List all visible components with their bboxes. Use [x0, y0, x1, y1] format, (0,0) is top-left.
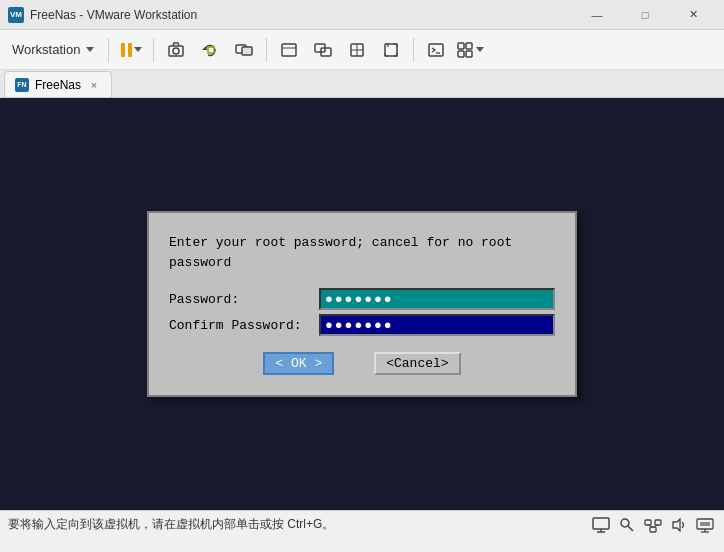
vm-window-icon	[280, 41, 298, 59]
unity-icon	[456, 41, 474, 59]
minimize-button[interactable]: —	[574, 0, 620, 30]
svg-marker-30	[673, 519, 680, 531]
dialog-buttons: < OK > <Cancel>	[169, 352, 555, 375]
speaker-icon	[671, 517, 687, 533]
console-button[interactable]	[420, 34, 452, 66]
snapshot-button[interactable]	[160, 34, 192, 66]
fitguest-icon	[348, 41, 366, 59]
unity-dropdown-arrow	[476, 47, 484, 52]
network-status-icon	[644, 517, 662, 533]
fitguest-button[interactable]	[341, 34, 373, 66]
console-icon	[427, 41, 445, 59]
ok-button[interactable]: < OK >	[263, 352, 334, 375]
password-field-row: Password: ●●●●●●●	[169, 288, 555, 310]
workstation-menu-button[interactable]: Workstation	[4, 34, 102, 66]
workstation-dropdown-arrow	[86, 47, 94, 52]
snapshot-manager-button[interactable]	[228, 34, 260, 66]
stretch-icon	[382, 41, 400, 59]
display-icon	[696, 517, 714, 533]
tab-bar: FN FreeNas ×	[0, 70, 724, 98]
stretch-button[interactable]	[375, 34, 407, 66]
confirm-password-field-label: Confirm Password:	[169, 318, 319, 333]
toolbar-separator-2	[153, 38, 154, 62]
svg-rect-26	[655, 520, 661, 525]
svg-rect-18	[458, 51, 464, 57]
svg-rect-34	[700, 522, 710, 526]
dialog-prompt-text: Enter your root password; cancel for no …	[169, 233, 555, 272]
close-button[interactable]: ✕	[670, 0, 716, 30]
svg-rect-20	[593, 518, 609, 529]
workstation-label: Workstation	[12, 42, 80, 57]
tab-close-button[interactable]: ×	[87, 78, 101, 92]
title-bar: VM FreeNas - VMware Workstation — □ ✕	[0, 0, 724, 30]
revert-icon	[201, 41, 219, 59]
confirm-password-field-row: Confirm Password: ●●●●●●●	[169, 314, 555, 336]
window-controls: — □ ✕	[574, 0, 716, 30]
tab-freenas-label: FreeNas	[35, 78, 81, 92]
pause-dropdown-arrow	[134, 47, 142, 52]
search-icon	[619, 517, 635, 533]
app-icon: VM	[8, 7, 24, 23]
tab-freenas[interactable]: FN FreeNas ×	[4, 71, 112, 97]
tab-freenas-icon: FN	[15, 78, 29, 92]
dialog-fields: Password: ●●●●●●● Confirm Password: ●●●●…	[169, 288, 555, 336]
vm-status-icon[interactable]	[590, 514, 612, 536]
pause-icon	[121, 43, 132, 57]
unity-button[interactable]	[454, 34, 486, 66]
toolbar-separator-1	[108, 38, 109, 62]
zoom-icon[interactable]	[616, 514, 638, 536]
svg-rect-3	[208, 47, 214, 53]
svg-rect-19	[466, 51, 472, 57]
pause-button[interactable]	[115, 34, 147, 66]
status-bar-icons	[590, 514, 716, 536]
password-field-label: Password:	[169, 292, 319, 307]
vm-window-button[interactable]	[273, 34, 305, 66]
svg-rect-13	[385, 44, 397, 56]
vm-display-area[interactable]: Enter your root password; cancel for no …	[0, 98, 724, 510]
svg-rect-27	[650, 527, 656, 532]
cancel-button[interactable]: <Cancel>	[374, 352, 460, 375]
sound-icon[interactable]	[668, 514, 690, 536]
monitor-icon	[592, 517, 610, 533]
window-title: FreeNas - VMware Workstation	[30, 8, 574, 22]
window2-icon	[314, 41, 332, 59]
password-dialog: Enter your root password; cancel for no …	[147, 211, 577, 397]
svg-rect-17	[466, 43, 472, 49]
snapshot-icon	[167, 41, 185, 59]
svg-rect-5	[242, 47, 252, 55]
svg-marker-2	[202, 47, 208, 50]
snapshot-manager-icon	[235, 41, 253, 59]
network-icon[interactable]	[642, 514, 664, 536]
status-bar: 要将输入定向到该虚拟机，请在虚拟机内部单击或按 Ctrl+G。	[0, 510, 724, 538]
svg-rect-16	[458, 43, 464, 49]
svg-rect-25	[645, 520, 651, 525]
svg-rect-6	[282, 44, 296, 56]
toolbar: Workstation	[0, 30, 724, 70]
revert-button[interactable]	[194, 34, 226, 66]
svg-point-1	[173, 48, 179, 54]
status-bar-text: 要将输入定向到该虚拟机，请在虚拟机内部单击或按 Ctrl+G。	[8, 516, 590, 533]
confirm-password-input[interactable]: ●●●●●●●	[319, 314, 555, 336]
password-input[interactable]: ●●●●●●●	[319, 288, 555, 310]
svg-line-24	[628, 526, 633, 531]
display-settings-icon[interactable]	[694, 514, 716, 536]
toolbar-separator-3	[266, 38, 267, 62]
svg-point-23	[621, 519, 629, 527]
window2-button[interactable]	[307, 34, 339, 66]
maximize-button[interactable]: □	[622, 0, 668, 30]
toolbar-separator-4	[413, 38, 414, 62]
